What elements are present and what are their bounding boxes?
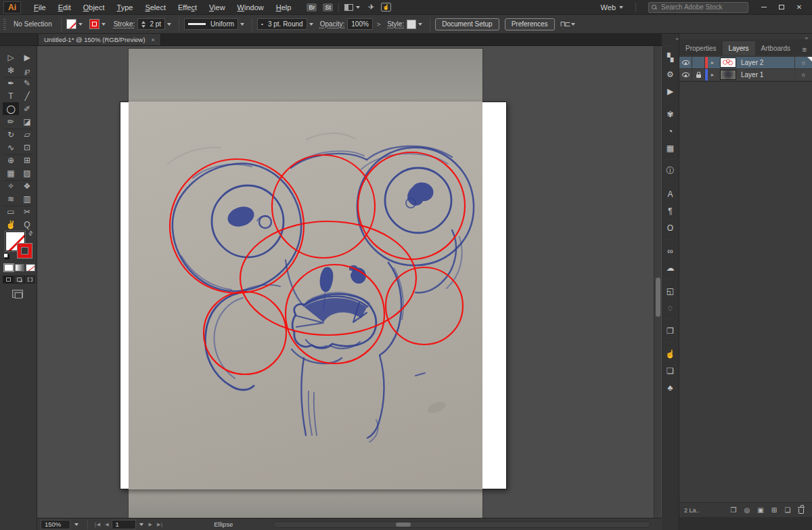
action-play-icon[interactable]: ▶ <box>663 84 678 99</box>
none-button[interactable] <box>26 264 35 271</box>
shape-builder-tool[interactable]: ⊕ <box>3 154 19 167</box>
style-label[interactable]: Style: <box>387 20 404 28</box>
layer-target-icon[interactable]: ○ <box>794 69 812 81</box>
panel-grip[interactable]: ····· <box>666 278 675 281</box>
layer-thumbnail[interactable] <box>720 70 736 80</box>
zoom-tool[interactable]: Q <box>19 218 35 231</box>
stroke-swatch-red[interactable] <box>18 244 32 258</box>
lock-toggle[interactable] <box>692 57 705 68</box>
menu-view[interactable]: View <box>203 2 231 13</box>
workspace-switcher[interactable]: Web <box>601 3 623 12</box>
magic-wand-tool[interactable]: ✻ <box>3 64 19 76</box>
export-panel-icon[interactable]: ❐ <box>663 324 678 338</box>
menu-effect[interactable]: Effect <box>172 2 203 13</box>
links-panel-icon[interactable]: ∞ <box>663 244 678 259</box>
tab-layers[interactable]: Layers <box>723 41 755 56</box>
actions-panel-icon[interactable]: ⚙ <box>663 67 678 82</box>
gradient-panel-icon[interactable]: ◔ <box>663 124 678 139</box>
gradient-tool[interactable]: ▨ <box>19 167 35 179</box>
chevron-down-icon[interactable] <box>418 23 422 26</box>
symbol-sprayer-tool[interactable]: ≋ <box>3 192 19 205</box>
red-circle[interactable] <box>386 267 463 345</box>
align-options-icon[interactable]: ⊓⊏ <box>560 20 570 28</box>
free-transform-tool[interactable]: ⊡ <box>19 141 35 154</box>
fill-color-swatch[interactable] <box>66 19 76 29</box>
stroke-color-swatch[interactable] <box>89 19 99 29</box>
panel-grip[interactable]: ····· <box>666 238 675 241</box>
menu-file[interactable]: File <box>28 2 52 13</box>
panel-grip[interactable]: ····· <box>666 340 675 344</box>
chevron-down-icon[interactable] <box>309 23 313 26</box>
vertical-scrollbar[interactable] <box>654 46 661 518</box>
selection-tool[interactable]: ▷ <box>3 51 19 64</box>
brush-definition-field[interactable]: • 3 pt. Round <box>257 18 307 30</box>
blend-tool[interactable]: ❖ <box>19 179 35 192</box>
gradient-button[interactable] <box>15 264 24 271</box>
color-guide-panel-icon[interactable]: ▦ <box>663 141 678 156</box>
collect-for-export-icon[interactable]: ❐ <box>729 506 738 514</box>
width-tool[interactable]: ∿ <box>3 141 19 154</box>
chevron-down-icon[interactable] <box>78 23 83 26</box>
chevron-down-icon[interactable] <box>240 23 244 26</box>
menu-window[interactable]: Window <box>231 2 270 13</box>
red-circle[interactable] <box>272 155 375 258</box>
panel-grip[interactable]: ····· <box>666 158 675 161</box>
swap-fill-stroke-icon[interactable]: ⇄ <box>27 229 35 237</box>
stepper-icon[interactable] <box>141 21 145 28</box>
brushes-panel-icon[interactable]: ◌ <box>663 301 678 315</box>
document-setup-button[interactable]: Document Setup <box>435 18 499 30</box>
lock-toggle[interactable] <box>692 69 705 81</box>
color-panel-icon[interactable]: ✾ <box>663 107 678 122</box>
horizontal-scrollbar-thumb[interactable] <box>396 523 411 527</box>
default-fill-stroke-icon[interactable] <box>3 253 8 258</box>
menu-edit[interactable]: Edit <box>52 2 77 13</box>
symbols-panel-icon[interactable]: ♣ <box>663 380 678 395</box>
placed-photo-overflow-top[interactable] <box>129 49 482 102</box>
menu-help[interactable]: Help <box>270 2 298 13</box>
opacity-label[interactable]: Opacity: <box>320 20 345 28</box>
slice-tool[interactable]: ✂ <box>19 205 35 218</box>
stroke-weight-field[interactable]: 2 pt <box>137 18 165 30</box>
paintbrush-tool[interactable]: ✐ <box>19 102 35 115</box>
perspective-grid-tool[interactable]: ⊞ <box>19 154 35 167</box>
previous-artboard-icon[interactable]: ◀ <box>105 522 109 527</box>
layer-name[interactable]: Layer 2 <box>741 59 794 66</box>
document-canvas[interactable] <box>37 46 662 518</box>
opacity-field[interactable]: 100% <box>347 18 373 30</box>
search-input[interactable] <box>660 3 734 12</box>
chevron-down-icon[interactable] <box>571 23 575 26</box>
lasso-tool[interactable]: ℘ <box>19 64 35 76</box>
expand-layer-icon[interactable]: ▸ <box>708 60 717 66</box>
shaper-tool[interactable]: ✏ <box>3 115 19 128</box>
last-artboard-icon[interactable]: ▶| <box>157 522 163 527</box>
document-tab[interactable]: Untitled-1* @ 150% (RGB/Preview) × <box>39 34 161 45</box>
direct-selection-tool[interactable]: ▶ <box>19 51 35 64</box>
info-panel-icon[interactable]: ⓘ <box>663 164 678 179</box>
opentype-panel-icon[interactable]: O <box>663 221 678 236</box>
zoom-level-field[interactable]: 150% <box>41 520 70 529</box>
eraser-tool[interactable]: ◪ <box>19 115 35 128</box>
panel-grip[interactable]: ····· <box>666 44 675 47</box>
type-tool[interactable]: T <box>3 89 19 102</box>
mesh-tool[interactable]: ▦ <box>3 167 19 179</box>
next-artboard-icon[interactable]: ▶ <box>149 522 153 527</box>
line-segment-tool[interactable]: ╱ <box>19 89 35 102</box>
hand-tool[interactable]: ✌ <box>3 218 19 231</box>
placed-photo-overflow-bottom[interactable] <box>129 489 482 518</box>
new-layer-icon[interactable]: ❏ <box>784 506 792 514</box>
locate-object-icon[interactable]: ◎ <box>743 506 751 514</box>
adobe-stock-search[interactable] <box>648 2 748 13</box>
artboard-number-field[interactable]: 1 <box>112 520 136 529</box>
red-circle[interactable] <box>286 265 384 363</box>
cc-libraries-panel-icon[interactable]: ☁ <box>663 261 678 275</box>
workspace-layout-control[interactable] <box>344 4 360 11</box>
draw-behind-button[interactable] <box>14 275 24 284</box>
chevron-down-icon[interactable] <box>102 23 106 26</box>
horizontal-scrollbar[interactable] <box>273 521 650 528</box>
pathfinder-panel-icon[interactable]: ◱ <box>663 284 678 299</box>
tab-properties[interactable]: Properties <box>679 41 723 56</box>
layer-target-icon[interactable]: ○ <box>794 57 812 68</box>
panel-grip[interactable] <box>3 19 6 30</box>
panel-grip[interactable]: ····· <box>666 101 675 104</box>
close-button[interactable]: ✕ <box>790 1 808 14</box>
